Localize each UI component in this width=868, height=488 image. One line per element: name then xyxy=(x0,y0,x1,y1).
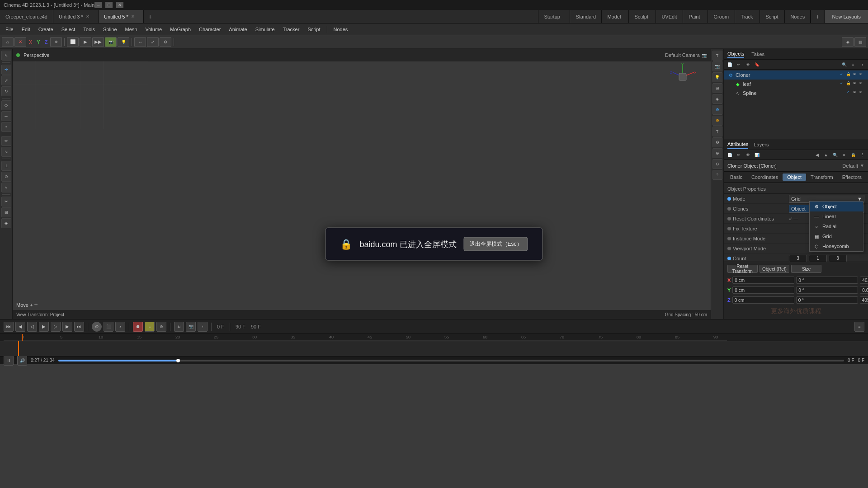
rv-generate[interactable]: ⚙ xyxy=(712,116,722,126)
toolbar-display-mode[interactable]: ◈ xyxy=(842,37,854,47)
pb-play-pause[interactable]: ⏸ xyxy=(4,356,14,366)
tl-audio[interactable]: ♪ xyxy=(115,322,125,332)
tl-record[interactable]: ⏺ xyxy=(133,322,143,332)
size-button[interactable]: Size xyxy=(791,265,821,273)
prop-fix-dot[interactable] xyxy=(727,227,731,230)
tl-keyframe-mode[interactable]: ⊙ xyxy=(92,322,102,332)
rv-render2[interactable]: ⊙ xyxy=(712,159,722,169)
attr-tab-layers[interactable]: Layers xyxy=(754,141,769,148)
workspace-tab-standard[interactable]: Standard xyxy=(570,10,602,23)
coord-z-pos[interactable] xyxy=(732,296,794,304)
prop-mode-dot[interactable] xyxy=(727,197,731,201)
timeline-tracks[interactable] xyxy=(0,341,868,356)
tab-untitled5[interactable]: Untitled 5 * ✕ xyxy=(99,10,144,23)
tl-snapshot[interactable]: 📷 xyxy=(186,322,196,332)
attr-tab-coordinates[interactable]: Coordinates xyxy=(747,174,783,181)
tool-edge[interactable]: ─ xyxy=(1,111,11,121)
tool-point[interactable]: • xyxy=(1,122,11,132)
tl-onion[interactable]: ≋ xyxy=(174,322,184,332)
workspace-tab-nodes[interactable]: Nodes xyxy=(785,10,811,23)
attr-tab-object[interactable]: Object xyxy=(783,174,806,181)
workspace-tab-track[interactable]: Track xyxy=(735,10,760,23)
attr-more[interactable]: ⋮ xyxy=(858,151,866,159)
object-item-spline[interactable]: ∿ Spline ✓ 👁 👁 xyxy=(724,89,868,98)
leaf-eye[interactable]: 👁 xyxy=(853,81,858,87)
menu-tracker[interactable]: Tracker xyxy=(279,26,303,33)
prop-count-dot[interactable] xyxy=(727,257,731,260)
workspace-tab-model[interactable]: Model xyxy=(602,10,629,23)
obj-tool-view[interactable]: 👁 xyxy=(744,61,752,69)
tool-rotate[interactable]: ↻ xyxy=(1,86,11,96)
coord-x-rot[interactable] xyxy=(796,277,858,284)
menu-file[interactable]: File xyxy=(2,26,17,33)
cloner-eye2[interactable]: 👁 xyxy=(859,72,864,78)
coord-x-size[interactable] xyxy=(860,277,868,284)
attr-filter[interactable]: ≡ xyxy=(840,151,848,159)
rv-settings[interactable]: ⊕ xyxy=(712,148,722,158)
tool-poly[interactable]: ◇ xyxy=(1,100,11,110)
count-z-input[interactable] xyxy=(829,255,847,262)
tl-motion[interactable]: ⊕ xyxy=(156,322,166,332)
attr-forward[interactable]: ▲ xyxy=(822,151,830,159)
menu-mograph[interactable]: MoGraph xyxy=(166,26,194,33)
panel-tab-takes[interactable]: Takes xyxy=(751,51,764,58)
tool-knife[interactable]: ✂ xyxy=(1,197,11,206)
toolbar-undo[interactable]: ✕ xyxy=(14,37,26,47)
tl-prev-frame[interactable]: ◀ xyxy=(15,322,25,332)
baidu-exit-button[interactable]: 退出全屏模式（Esc） xyxy=(464,237,528,251)
count-y-input[interactable] xyxy=(809,255,827,262)
tl-step-fwd[interactable]: ▷ xyxy=(51,322,61,332)
rv-objects[interactable]: T xyxy=(712,51,722,61)
attr-lock[interactable]: 🔒 xyxy=(849,151,857,159)
spline-eye2[interactable]: 👁 xyxy=(859,90,864,96)
attr-preset-dropdown[interactable]: ▼ xyxy=(860,163,864,168)
tool-cursor[interactable]: ↖ xyxy=(1,51,11,61)
menu-edit[interactable]: Edit xyxy=(18,26,34,33)
tab-creeper[interactable]: Creeper_clean.c4d xyxy=(0,10,53,23)
rv-scene[interactable]: ⊞ xyxy=(712,83,722,93)
menu-volume[interactable]: Volume xyxy=(142,26,165,33)
tool-paint[interactable]: ✏ xyxy=(1,136,11,146)
close-tab-untitled3[interactable]: ✕ xyxy=(86,14,90,19)
tool-mirror[interactable]: ⊥ xyxy=(1,161,11,171)
dropdown-item-grid[interactable]: ▦ Grid xyxy=(810,231,863,241)
attr-tab-basic[interactable]: Basic xyxy=(726,174,747,181)
toolbar-camera[interactable]: 📷 xyxy=(105,37,117,47)
workspace-tab-script[interactable]: Script xyxy=(760,10,785,23)
dropdown-item-object[interactable]: ⚙ Object xyxy=(810,202,863,211)
obj-more[interactable]: ⋮ xyxy=(858,61,866,69)
menu-spline[interactable]: Spline xyxy=(99,26,121,33)
cloner-eye[interactable]: 👁 xyxy=(853,72,858,78)
toolbar-filter[interactable]: ▤ xyxy=(854,37,866,47)
obj-search[interactable]: 🔍 xyxy=(840,61,848,69)
toolbar-render-region[interactable]: ⬜ xyxy=(67,37,79,47)
viewport[interactable]: Perspective Default Camera 📷 xyxy=(13,49,711,319)
menu-tools[interactable]: Tools xyxy=(80,26,99,33)
workspace-tab-paint[interactable]: Paint xyxy=(683,10,708,23)
toolbar-move[interactable]: ↔ xyxy=(134,37,146,47)
attr-search[interactable]: 🔍 xyxy=(831,151,839,159)
tool-brush[interactable]: ≈ xyxy=(1,183,11,192)
tl-autokey-mode[interactable]: ⬛ xyxy=(104,322,113,332)
attr-tab-effectors[interactable]: Effectors xyxy=(838,174,866,181)
workspace-tab-groom[interactable]: Groom xyxy=(708,10,735,23)
minimize-button[interactable]: ─ xyxy=(94,2,102,8)
attr-tool-edit[interactable]: ✏ xyxy=(735,151,743,159)
attr-tool-data[interactable]: 📊 xyxy=(753,151,761,159)
rv-deform[interactable]: ⚙ xyxy=(712,105,722,115)
tool-bevel[interactable]: ◈ xyxy=(1,218,11,228)
attr-tool-file[interactable]: 📄 xyxy=(726,151,734,159)
coord-y-pos[interactable] xyxy=(732,286,794,294)
dropdown-item-honeycomb[interactable]: ⬡ Honeycomb xyxy=(810,241,863,251)
menu-nodes[interactable]: Nodes xyxy=(330,26,352,33)
mode-dropdown[interactable]: ⚙ Object — Linear ○ Radial ▦ Grid ⬡ Hone… xyxy=(809,201,863,252)
tl-step-back[interactable]: ◁ xyxy=(27,322,37,332)
spline-check[interactable]: ✓ xyxy=(846,90,852,96)
leaf-check[interactable]: ✓ xyxy=(840,81,845,87)
toolbar-scale[interactable]: ⤢ xyxy=(147,37,159,47)
toolbar-render-to[interactable]: ▶▶ xyxy=(92,37,104,47)
dropdown-item-linear[interactable]: — Linear xyxy=(810,211,863,221)
scene-view[interactable] xyxy=(13,61,148,129)
menu-mesh[interactable]: Mesh xyxy=(122,26,141,33)
spline-eye[interactable]: 👁 xyxy=(853,90,858,96)
